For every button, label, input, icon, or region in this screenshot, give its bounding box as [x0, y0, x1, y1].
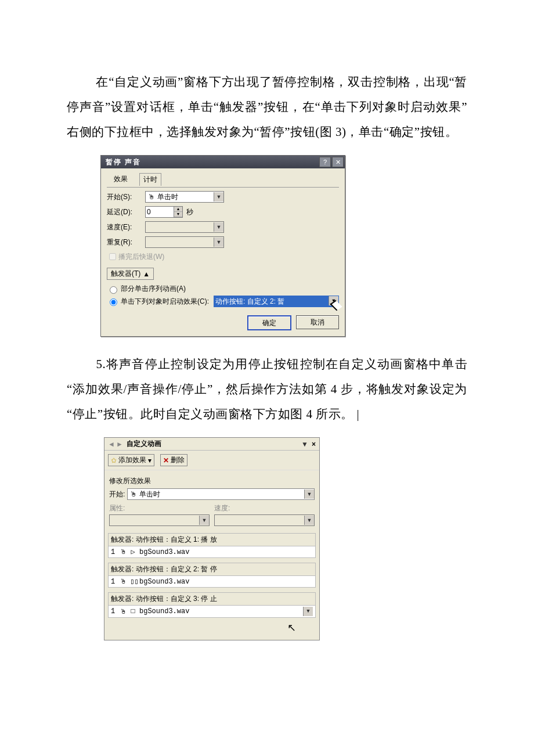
animation-row[interactable]: 1 🖱 ▷ bgSound3.wav	[108, 546, 316, 558]
tab-timing[interactable]: 计时	[139, 173, 161, 186]
x-icon: ✕	[163, 456, 169, 465]
row-repeat: 重复(R): ▼	[107, 236, 339, 248]
trigger-toggle-button[interactable]: 触发器(T) ▲	[107, 268, 154, 280]
pane-prop-combo: ▼	[109, 514, 210, 526]
pane-speed-combo: ▼	[214, 514, 315, 526]
animation-row[interactable]: 1 🖱 ▯▯ bgSound3.wav	[108, 575, 316, 588]
row-delay: 延迟(D): ▲▼ 秒	[107, 206, 339, 218]
delay-input[interactable]	[146, 207, 174, 217]
chevron-down-icon[interactable]: ▼	[329, 296, 338, 305]
animation-row[interactable]: 1 🖱 □ bgSound3.wav ▼	[108, 605, 316, 618]
trigger-header: 触发器: 动作按钮：自定义 2: 暂 停	[108, 563, 316, 575]
order-number: 1	[111, 548, 117, 556]
pane-title: 自定义动画	[127, 439, 301, 449]
chevron-down-icon: ▼	[214, 222, 223, 232]
ok-button[interactable]: 确定	[247, 315, 291, 330]
pane-menu-icon[interactable]: ▼	[301, 440, 308, 448]
trigger-header: 触发器: 动作按钮：自定义 3: 停 止	[108, 592, 316, 605]
pause-sound-dialog: 暂停 声音 ? ✕ 效果 计时 开始(S): 🖱 单击时 ▼ 延迟(D):	[100, 155, 345, 337]
mouse-icon: 🖱	[120, 578, 127, 585]
pane-start-label: 开始:	[109, 489, 125, 499]
star-icon: ✩	[111, 456, 117, 465]
label-delay: 延迟(D):	[107, 207, 145, 217]
mouse-icon: 🖱	[120, 608, 127, 615]
dialog-button-row: 确定 取消	[107, 315, 339, 330]
pane-prop-speed-row: 属性: ▼ 速度: ▼	[109, 503, 315, 526]
mouse-icon: 🖱	[120, 548, 127, 556]
mouse-icon: 🖱	[130, 490, 137, 498]
radio-sequence[interactable]	[110, 286, 117, 294]
trigger-object-value: 动作按钮: 自定义 2: 暂	[215, 297, 284, 307]
play-icon: ▷	[130, 548, 136, 556]
chevron-down-icon[interactable]: ▼	[303, 607, 313, 616]
trigger-button-label: 触发器(T)	[111, 269, 140, 279]
pane-start-combo[interactable]: 🖱 单击时 ▼	[127, 488, 315, 500]
chevron-down-icon: ▼	[214, 237, 223, 247]
radio-click-label: 单击下列对象时启动效果(C):	[121, 297, 209, 307]
radio-click-object[interactable]	[110, 298, 117, 306]
stop-icon: □	[130, 607, 136, 615]
animation-item: bgSound3.wav	[139, 578, 189, 586]
pane-close-icon[interactable]: ×	[312, 440, 316, 448]
back-icon[interactable]: ◄	[108, 440, 115, 448]
add-effect-label: 添加效果	[118, 455, 146, 465]
mouse-icon: 🖱	[148, 193, 155, 201]
paragraph-1: 在“自定义动画”窗格下方出现了暂停控制格，双击控制格，出现“暂停声音”设置对话框…	[67, 70, 467, 145]
order-number: 1	[111, 578, 117, 586]
remove-button[interactable]: ✕ 删除	[160, 454, 187, 466]
delay-unit: 秒	[186, 207, 193, 217]
pane-start-value: 单击时	[139, 489, 304, 499]
chevron-down-icon[interactable]: ▼	[214, 192, 223, 201]
tab-effect[interactable]: 效果	[110, 173, 131, 186]
custom-animation-pane: ◄ ► 自定义动画 ▼ × ✩ 添加效果 ▾ ✕ 删除 修改所选效果 开始: 🖱	[104, 437, 320, 640]
cancel-button[interactable]: 取消	[296, 315, 339, 329]
pane-titlebar: ◄ ► 自定义动画 ▼ ×	[104, 438, 319, 451]
pause-icon: ▯▯	[130, 577, 136, 586]
row-start: 开始(S): 🖱 单击时 ▼	[107, 191, 339, 203]
paragraph-2: 5.将声音停止控制设定为用停止按钮控制在自定义动画窗格中单击“添加效果/声音操作…	[67, 352, 467, 427]
collapse-icon: ▲	[143, 270, 150, 278]
chevron-down-icon[interactable]: ▼	[304, 489, 314, 499]
order-number: 1	[111, 607, 117, 615]
radio-row-sequence: 部分单击序列动画(A)	[107, 284, 339, 294]
spinner-buttons[interactable]: ▲▼	[174, 207, 182, 217]
trigger-header: 触发器: 动作按钮：自定义 1: 播 放	[108, 533, 316, 546]
animation-item: bgSound3.wav	[139, 548, 189, 556]
animation-item: bgSound3.wav	[139, 607, 189, 615]
pane-modify-section: 修改所选效果 开始: 🖱 单击时 ▼ 属性: ▼ 速度:	[104, 470, 319, 528]
add-effect-button[interactable]: ✩ 添加效果 ▾	[108, 454, 154, 466]
start-combo[interactable]: 🖱 单击时 ▼	[145, 191, 224, 203]
repeat-combo: ▼	[145, 236, 224, 248]
trigger-group-1: 触发器: 动作按钮：自定义 1: 播 放 1 🖱 ▷ bgSound3.wav	[108, 533, 316, 558]
chevron-down-icon: ▾	[148, 456, 151, 465]
dialog-tabs: 效果 计时	[107, 172, 339, 186]
rewind-label: 播完后快退(W)	[118, 252, 164, 262]
dialog-body: 效果 计时 开始(S): 🖱 单击时 ▼ 延迟(D): ▲▼ 秒	[101, 168, 345, 336]
delay-spinner[interactable]: ▲▼	[145, 206, 183, 218]
dialog-title: 暂停 声音	[106, 157, 318, 167]
rewind-checkbox	[109, 253, 116, 260]
radio-row-click-object: 单击下列对象时启动效果(C): 动作按钮: 自定义 2: 暂 ▼	[107, 296, 339, 307]
speed-combo: ▼	[145, 221, 224, 233]
radio-sequence-label: 部分单击序列动画(A)	[121, 284, 186, 294]
start-value: 单击时	[157, 192, 214, 202]
label-start: 开始(S):	[107, 192, 145, 202]
close-button[interactable]: ✕	[332, 157, 344, 167]
trigger-group-3: 触发器: 动作按钮：自定义 3: 停 止 1 🖱 □ bgSound3.wav …	[108, 592, 316, 618]
row-speed: 速度(E): ▼	[107, 221, 339, 233]
pane-speed-label: 速度:	[214, 504, 230, 512]
cursor-icon: ↖	[104, 618, 319, 640]
pane-prop-label: 属性:	[109, 504, 125, 512]
trigger-object-combo[interactable]: 动作按钮: 自定义 2: 暂 ▼	[214, 296, 339, 307]
forward-icon[interactable]: ►	[116, 440, 123, 448]
remove-label: 删除	[171, 455, 185, 465]
help-button[interactable]: ?	[319, 157, 331, 167]
trigger-group-2: 触发器: 动作按钮：自定义 2: 暂 停 1 🖱 ▯▯ bgSound3.wav	[108, 563, 316, 588]
chevron-down-icon: ▼	[199, 516, 209, 525]
dialog-titlebar: 暂停 声音 ? ✕	[101, 156, 345, 168]
row-rewind: 播完后快退(W)	[107, 251, 339, 262]
chevron-down-icon: ▼	[304, 516, 314, 525]
modify-label: 修改所选效果	[109, 476, 315, 486]
pane-toolbar: ✩ 添加效果 ▾ ✕ 删除	[104, 451, 319, 470]
label-speed: 速度(E):	[107, 222, 145, 232]
